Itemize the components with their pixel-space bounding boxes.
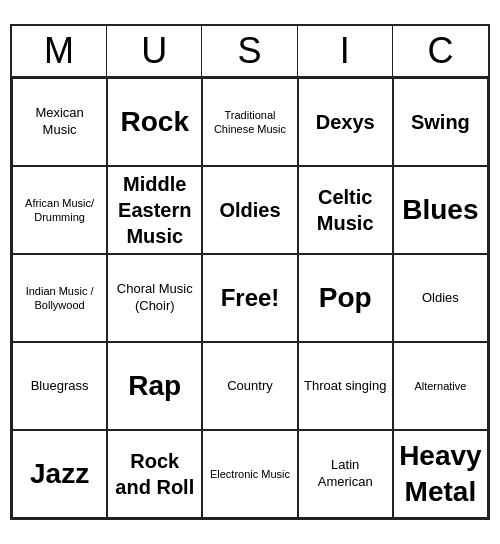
header-letter: M bbox=[12, 26, 107, 76]
header-letter: S bbox=[202, 26, 297, 76]
grid-cell-0-0: Mexican Music bbox=[12, 78, 107, 166]
bingo-card: MUSIC Mexican MusicRockTraditional Chine… bbox=[10, 24, 490, 520]
grid-cell-2-0: Indian Music / Bollywood bbox=[12, 254, 107, 342]
grid-cell-4-1: Rock and Roll bbox=[107, 430, 202, 518]
grid-cell-3-0: Bluegrass bbox=[12, 342, 107, 430]
grid-cell-3-3: Throat singing bbox=[298, 342, 393, 430]
grid-cell-4-4: Heavy Metal bbox=[393, 430, 488, 518]
header-letter: I bbox=[298, 26, 393, 76]
grid-cell-1-2: Oldies bbox=[202, 166, 297, 254]
grid-cell-4-3: Latin American bbox=[298, 430, 393, 518]
header-letter: C bbox=[393, 26, 488, 76]
grid-cell-1-0: African Music/ Drumming bbox=[12, 166, 107, 254]
grid-cell-1-4: Blues bbox=[393, 166, 488, 254]
grid-cell-3-4: Alternative bbox=[393, 342, 488, 430]
grid-cell-0-4: Swing bbox=[393, 78, 488, 166]
bingo-grid: Mexican MusicRockTraditional Chinese Mus… bbox=[12, 78, 488, 518]
grid-cell-3-2: Country bbox=[202, 342, 297, 430]
grid-cell-0-3: Dexys bbox=[298, 78, 393, 166]
grid-cell-2-2: Free! bbox=[202, 254, 297, 342]
grid-cell-2-1: Choral Music (Choir) bbox=[107, 254, 202, 342]
grid-cell-1-3: Celtic Music bbox=[298, 166, 393, 254]
grid-cell-4-0: Jazz bbox=[12, 430, 107, 518]
grid-cell-2-4: Oldies bbox=[393, 254, 488, 342]
header-letter: U bbox=[107, 26, 202, 76]
grid-cell-4-2: Electronic Music bbox=[202, 430, 297, 518]
bingo-header: MUSIC bbox=[12, 26, 488, 78]
grid-cell-2-3: Pop bbox=[298, 254, 393, 342]
grid-cell-0-1: Rock bbox=[107, 78, 202, 166]
grid-cell-0-2: Traditional Chinese Music bbox=[202, 78, 297, 166]
grid-cell-1-1: Middle Eastern Music bbox=[107, 166, 202, 254]
grid-cell-3-1: Rap bbox=[107, 342, 202, 430]
